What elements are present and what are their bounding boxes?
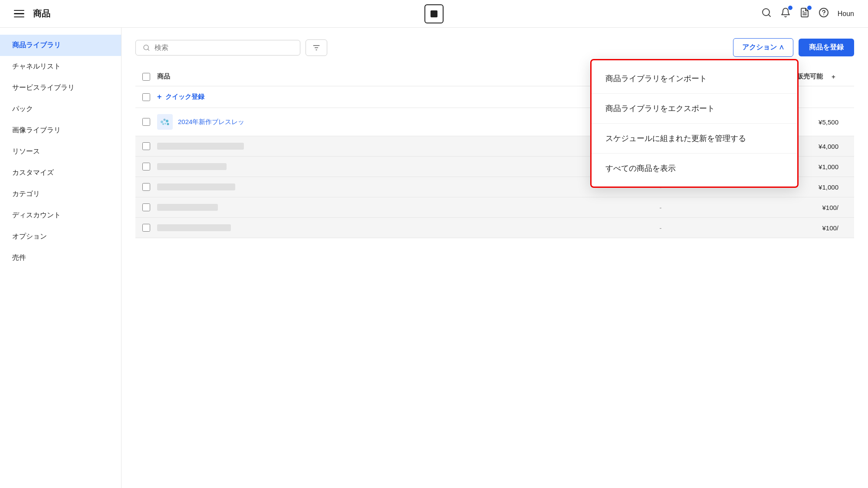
search-icon[interactable] xyxy=(761,7,772,20)
row-checkbox[interactable] xyxy=(142,142,150,150)
sidebar-item-resources[interactable]: リソース xyxy=(0,141,121,162)
product-cell: 2024年新作ブレスレッ xyxy=(157,114,493,130)
search-box[interactable] xyxy=(135,40,300,56)
user-name: Houn xyxy=(838,10,854,18)
price-dash: - xyxy=(493,224,671,232)
square-logo xyxy=(424,4,444,23)
svg-point-13 xyxy=(166,120,168,122)
price-dash: - xyxy=(493,204,671,211)
svg-point-15 xyxy=(162,123,164,125)
sidebar-item-option[interactable]: オプション xyxy=(0,226,121,247)
available-price: ¥100/ xyxy=(671,224,848,232)
svg-point-12 xyxy=(164,119,166,121)
svg-line-7 xyxy=(148,49,149,50)
col-header-product: 商品 xyxy=(157,72,486,81)
register-button[interactable]: 商品を登録 xyxy=(799,39,854,56)
svg-point-14 xyxy=(164,123,166,124)
product-cell xyxy=(157,183,493,190)
square-logo-inner xyxy=(431,10,437,17)
product-thumbnail xyxy=(157,114,173,130)
main-layout: 商品ライブラリ チャネルリスト サービスライブラリ パック 画像ライブラリ リソ… xyxy=(0,28,868,488)
toolbar: アクション ∧ 商品を登録 xyxy=(135,38,854,57)
logo-container xyxy=(424,4,444,23)
row-checkbox[interactable] xyxy=(142,224,150,232)
filter-button[interactable] xyxy=(306,39,327,56)
dropdown-show-all[interactable]: すべての商品を表示 xyxy=(592,154,797,183)
row-checkbox[interactable] xyxy=(142,203,150,211)
table-row-5[interactable]: - ¥100/ xyxy=(135,197,854,218)
actions-button[interactable]: アクション ∧ xyxy=(733,38,793,57)
header-right: Houn xyxy=(761,7,854,20)
sidebar-item-channel-list[interactable]: チャネルリスト xyxy=(0,56,121,77)
header: 商品 Houn xyxy=(0,0,868,28)
product-cell xyxy=(157,204,493,211)
row-checkbox[interactable] xyxy=(142,93,150,101)
product-cell xyxy=(157,163,493,170)
svg-line-1 xyxy=(768,14,770,16)
product-cell xyxy=(157,224,493,231)
dropdown-export[interactable]: 商品ライブラリをエクスポート xyxy=(592,94,797,123)
sidebar-item-pack[interactable]: パック xyxy=(0,98,121,120)
product-cell xyxy=(157,143,493,150)
search-input[interactable] xyxy=(155,44,293,52)
col-header-add[interactable]: + xyxy=(832,73,847,80)
table-row-6[interactable]: - ¥100/ xyxy=(135,218,854,238)
available-price: ¥100/ xyxy=(671,204,848,211)
bell-icon[interactable] xyxy=(780,7,791,20)
product-name[interactable]: 2024年新作ブレスレッ xyxy=(178,118,493,126)
sidebar-item-product-library[interactable]: 商品ライブラリ xyxy=(0,35,121,56)
dropdown-import[interactable]: 商品ライブラリをインポート xyxy=(592,64,797,93)
header-left: 商品 xyxy=(14,8,50,20)
page-title: 商品 xyxy=(33,8,50,20)
help-icon[interactable] xyxy=(819,7,829,20)
main-content: アクション ∧ 商品を登録 商品 価格 販売可能 + + クイック登録 xyxy=(122,28,868,488)
menu-icon[interactable] xyxy=(14,10,24,18)
search-input-icon xyxy=(143,44,150,52)
actions-dropdown: 商品ライブラリをインポート 商品ライブラリをエクスポート スケジュールに組まれた… xyxy=(590,59,799,188)
document-icon[interactable] xyxy=(799,7,810,20)
sidebar-item-category[interactable]: カテゴリ xyxy=(0,183,121,205)
sidebar: 商品ライブラリ チャネルリスト サービスライブラリ パック 画像ライブラリ リソ… xyxy=(0,28,122,488)
quick-add-icon: + xyxy=(157,92,162,102)
sidebar-item-image-library[interactable]: 画像ライブラリ xyxy=(0,120,121,141)
row-checkbox[interactable] xyxy=(142,118,150,126)
row-checkbox[interactable] xyxy=(142,183,150,191)
sidebar-item-customize[interactable]: カスタマイズ xyxy=(0,162,121,183)
product-image xyxy=(158,115,171,128)
sidebar-item-sold[interactable]: 売件 xyxy=(0,247,121,269)
sidebar-item-discount[interactable]: ディスカウント xyxy=(0,205,121,226)
dropdown-schedule[interactable]: スケジュールに組まれた更新を管理する xyxy=(592,124,797,153)
select-all-checkbox[interactable] xyxy=(142,73,150,81)
sidebar-item-service-library[interactable]: サービスライブラリ xyxy=(0,77,121,98)
svg-point-16 xyxy=(167,123,169,125)
svg-point-11 xyxy=(161,121,163,123)
row-checkbox[interactable] xyxy=(142,163,150,170)
